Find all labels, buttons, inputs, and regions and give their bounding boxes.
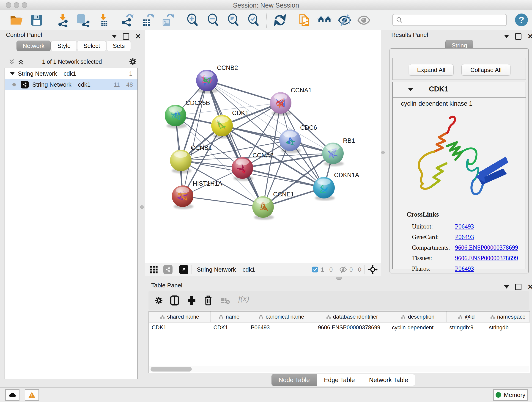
table-cell[interactable]: 9606.ENSP00000378699	[315, 322, 389, 332]
table-settings-gear-icon[interactable]	[154, 296, 163, 305]
cloud-status-button[interactable]	[5, 389, 19, 401]
import-network-file-icon[interactable]	[56, 13, 70, 27]
network-node-CDK1[interactable]: CDK1	[211, 109, 249, 138]
crosslink-link[interactable]: P06493	[455, 223, 474, 230]
memory-button[interactable]: Memory	[493, 389, 528, 401]
results-panel-close-icon[interactable]: ✕	[527, 32, 532, 40]
zoom-selected-icon[interactable]	[247, 13, 261, 27]
table-cell[interactable]: stringdb:9...	[447, 322, 486, 332]
table-panel-float-icon[interactable]	[515, 284, 521, 290]
column-header-shared-name[interactable]: shared name	[149, 312, 210, 322]
tab-network[interactable]: Network	[17, 41, 51, 51]
export-image-icon[interactable]	[160, 13, 175, 27]
protein-section-header[interactable]: CDK1	[393, 82, 526, 98]
scrollbar-thumb[interactable]	[151, 367, 192, 371]
network-node-CCNB1[interactable]: CCNB1	[170, 144, 212, 173]
column-header-database-identifier[interactable]: database identifier	[315, 312, 389, 322]
gear-icon[interactable]	[129, 57, 137, 66]
delete-column-trash-icon[interactable]	[203, 295, 213, 306]
network-collection-row[interactable]: String Network – cdk1 1	[5, 68, 138, 79]
open-session-icon[interactable]	[9, 13, 24, 27]
results-panel-collapse-icon[interactable]	[504, 35, 509, 38]
cloud-icon	[8, 392, 16, 398]
warning-status-button[interactable]	[25, 389, 39, 401]
tab-style[interactable]: Style	[51, 41, 77, 51]
collapse-all-button[interactable]: Collapse All	[462, 64, 510, 76]
protein-name: CDK1	[429, 85, 448, 93]
column-header-description[interactable]: description	[389, 312, 447, 322]
zoom-fit-icon[interactable]	[226, 13, 241, 27]
tab-node-table[interactable]: Node Table	[272, 374, 317, 386]
network-node-RB1[interactable]: RB1	[322, 137, 355, 166]
column-header-@id[interactable]: @id	[447, 312, 486, 322]
table-cell[interactable]: stringdb	[486, 322, 530, 332]
collection-expand-icon[interactable]	[10, 72, 15, 75]
protein-expand-icon[interactable]	[408, 88, 413, 91]
export-network-icon[interactable]	[120, 13, 134, 27]
network-edge[interactable]	[207, 80, 263, 207]
crosslink-link[interactable]: 9606.ENSP00000378699	[455, 244, 518, 251]
table-horizontal-scrollbar[interactable]	[149, 366, 529, 372]
show-columns-icon[interactable]	[170, 295, 180, 306]
birdseye-view-icon[interactable]	[179, 265, 188, 274]
network-canvas[interactable]: CCNB2CCNA1CDC25BCDK1CDC6RB1CCNB1CCNA2CDK…	[145, 30, 381, 263]
table-cell[interactable]: CDK1	[149, 322, 210, 332]
export-table-icon[interactable]	[140, 13, 155, 27]
network-edge[interactable]	[183, 196, 263, 207]
network-selection-status: 1 of 1 Network selected	[8, 58, 136, 65]
grid-view-icon[interactable]	[149, 265, 158, 274]
results-panel-float-icon[interactable]	[515, 33, 521, 40]
add-column-icon[interactable]	[186, 295, 196, 306]
selected-checkbox-icon[interactable]	[312, 266, 318, 273]
search-input[interactable]	[403, 16, 500, 24]
network-node-CCNA1[interactable]: CCNA1	[270, 87, 312, 116]
table-panel-close-icon[interactable]: ✕	[527, 283, 532, 291]
crosslink-link[interactable]: P06493	[455, 265, 474, 272]
tab-network-table[interactable]: Network Table	[362, 374, 415, 386]
column-header-name[interactable]: name	[210, 312, 248, 322]
memory-status-dot	[496, 392, 501, 398]
pan-crosshair-icon[interactable]	[368, 265, 378, 274]
network-node-CDC6[interactable]: CDC6	[279, 124, 317, 153]
help-button[interactable]: ?	[515, 13, 528, 26]
crosslink-link[interactable]: 9606.ENSP00000378699	[455, 255, 518, 262]
string-home-icon[interactable]	[317, 13, 332, 27]
show-all-icon[interactable]	[356, 13, 371, 27]
tab-select[interactable]: Select	[77, 41, 106, 51]
control-panel-close-icon[interactable]: ✕	[135, 32, 141, 40]
crosslink-row: GeneCard:P06493	[412, 232, 520, 242]
network-node-CCNB2[interactable]: CCNB2	[196, 64, 238, 93]
apply-layout-icon[interactable]	[273, 13, 287, 27]
copy-network-icon[interactable]	[298, 13, 312, 27]
table-cell[interactable]: cyclin-dependent ...	[389, 322, 447, 332]
vertical-splitter-handle[interactable]	[140, 205, 144, 209]
tab-edge-table[interactable]: Edge Table	[317, 374, 362, 386]
crosslink-link[interactable]: P06493	[455, 234, 474, 241]
import-network-database-icon[interactable]	[75, 13, 90, 27]
expand-all-button[interactable]: Expand All	[409, 64, 454, 76]
table-panel-collapse-icon[interactable]	[504, 285, 509, 288]
control-panel-collapse-icon[interactable]	[112, 35, 117, 38]
search-field[interactable]	[392, 14, 507, 26]
network-edge[interactable]	[207, 80, 281, 103]
zoom-out-icon[interactable]	[206, 13, 221, 27]
network-edge[interactable]	[183, 80, 207, 196]
hide-selected-icon[interactable]	[337, 13, 352, 27]
table-cell[interactable]: P06493	[248, 322, 315, 332]
tab-sets[interactable]: Sets	[107, 41, 131, 51]
column-header-namespace[interactable]: namespace	[486, 312, 530, 322]
network-node-CDKN1A[interactable]: CDKN1A	[313, 172, 359, 201]
column-header-canonical-name[interactable]: canonical name	[248, 312, 315, 322]
save-session-icon[interactable]	[29, 13, 44, 27]
network-row[interactable]: String Network – cdk1 11 48	[5, 79, 138, 90]
network-share-view-icon[interactable]	[163, 265, 172, 274]
network-node-HIST1H1A[interactable]: HIST1H1A	[172, 180, 222, 209]
control-panel-float-icon[interactable]	[123, 33, 129, 40]
table-row[interactable]: CDK1CDK1P064939606.ENSP00000378699cyclin…	[149, 322, 530, 332]
network-node-CCNE1[interactable]: CCNE1	[252, 191, 294, 220]
table-cell[interactable]: CDK1	[210, 322, 248, 332]
zoom-in-icon[interactable]	[186, 13, 200, 27]
import-table-file-icon[interactable]	[96, 13, 111, 27]
hidden-eye-icon[interactable]	[339, 266, 347, 273]
vertical-splitter-handle[interactable]	[381, 151, 385, 154]
